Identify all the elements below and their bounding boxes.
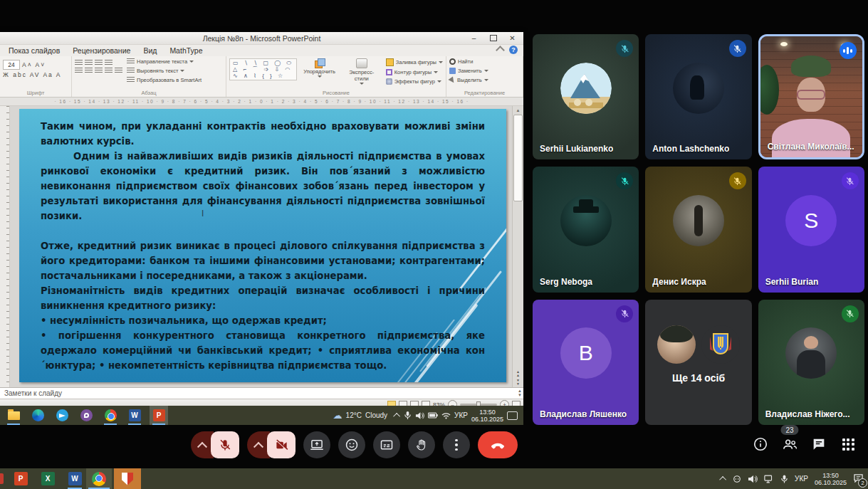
file-explorer-taskbar-icon[interactable] xyxy=(4,406,23,425)
participant-tile[interactable]: Anton Lashchenko xyxy=(645,34,751,159)
notification-center-icon[interactable]: 2 xyxy=(853,473,864,485)
participant-tile[interactable]: Serhii Lukianenko xyxy=(533,34,639,159)
font-style-icons[interactable]: Ж abc AV Aa A xyxy=(3,71,61,78)
tab-mathtype[interactable]: MathType xyxy=(169,46,202,55)
font-size-icons[interactable]: A˄ A˅ xyxy=(22,61,46,68)
network-tray-icon[interactable] xyxy=(764,475,774,483)
shapes-gallery[interactable]: ▭ ∖ ∖ ▢ ◯ ⬭ △ ⌐ ⌒ ➩ ⇩ ◠ ∿ ∧ ⌇ { } ☆ xyxy=(229,58,297,80)
activities-button[interactable] xyxy=(840,436,857,453)
replace-button[interactable]: Заменить xyxy=(449,68,520,74)
language-indicator[interactable]: УКР xyxy=(795,475,808,483)
chrome-taskbar-icon[interactable] xyxy=(101,406,120,425)
indent-decrease-icon[interactable] xyxy=(95,60,103,66)
more-options-button[interactable] xyxy=(443,431,470,458)
battery-tray-icon[interactable] xyxy=(428,412,438,419)
sync-tray-icon[interactable] xyxy=(733,475,741,483)
participant-tile[interactable]: Serg Neboga xyxy=(533,167,639,292)
tab-slideshow[interactable]: Показ слайдов xyxy=(9,46,60,55)
tray-expand-icon[interactable] xyxy=(719,476,726,483)
align-center-icon[interactable] xyxy=(85,68,93,74)
scroll-up-icon[interactable]: ▲ xyxy=(516,106,521,115)
dropdown-icon xyxy=(434,71,438,73)
arrange-button[interactable]: Упорядочить xyxy=(301,58,338,78)
tab-view[interactable]: Вид xyxy=(143,46,157,55)
captions-button[interactable] xyxy=(373,431,400,458)
indent-increase-icon[interactable] xyxy=(105,60,113,66)
next-slide-button[interactable]: ▼▼ xyxy=(516,379,520,386)
wifi-tray-icon[interactable] xyxy=(441,412,451,419)
participant-tile[interactable]: Денис Искра xyxy=(645,167,751,292)
weather-temp[interactable]: 12°C xyxy=(346,411,362,419)
quick-styles-button[interactable]: Экспресс-стили xyxy=(342,58,382,85)
maximize-button[interactable] xyxy=(483,32,503,43)
shape-fill-button[interactable]: Заливка фигуры xyxy=(386,58,443,66)
numbering-icon[interactable] xyxy=(85,60,93,66)
align-justify-icon[interactable] xyxy=(105,68,113,74)
powerpoint-taskbar-icon[interactable]: P xyxy=(11,468,30,489)
participant-tile-speaking[interactable]: Світлана Миколаїв... xyxy=(758,34,864,159)
ribbon-tabs: Показ слайдов Рецензирование Вид MathTyp… xyxy=(0,45,523,56)
align-left-icon[interactable] xyxy=(75,68,83,74)
smartart-button[interactable]: Преобразовать в SmartArt xyxy=(127,77,202,83)
participant-name: Владислав Ляшенко xyxy=(540,409,627,419)
participant-tile[interactable]: S Serhii Burian xyxy=(758,167,864,292)
camera-toggle-button[interactable] xyxy=(267,431,296,458)
microphone-tray-icon[interactable] xyxy=(404,411,412,420)
align-text-button[interactable]: Выровнять текст xyxy=(127,68,202,74)
participant-tile[interactable]: Владислав Ніжего... xyxy=(758,300,864,425)
close-button[interactable]: ✕ xyxy=(503,32,522,43)
language-indicator[interactable]: УКР xyxy=(454,411,468,419)
powerpoint-titlebar[interactable]: Лекція №8n - Microsoft PowerPoint – ✕ xyxy=(0,32,523,45)
present-screen-button[interactable] xyxy=(303,431,330,458)
columns-icon[interactable] xyxy=(115,68,122,74)
chat-button[interactable] xyxy=(810,436,827,453)
shape-effects-button[interactable]: Эффекты фигур xyxy=(386,78,443,85)
shape-outline-button[interactable]: Контур фигуры xyxy=(386,69,443,75)
align-right-icon[interactable] xyxy=(95,68,103,74)
powerpoint-taskbar-icon[interactable]: P xyxy=(150,406,168,425)
mic-toggle-button[interactable] xyxy=(211,431,239,458)
slide-scrollbar[interactable]: ▲ ▲▲ ▼▼ xyxy=(512,106,523,387)
shape-effects-icon xyxy=(386,78,392,85)
notification-center-icon[interactable] xyxy=(507,411,518,420)
participant-tile[interactable]: B Владислав Ляшенко xyxy=(533,300,639,425)
excel-taskbar-icon[interactable]: X xyxy=(38,468,57,489)
weather-condition[interactable]: Cloudy xyxy=(365,411,387,419)
dropdown-icon xyxy=(484,79,488,81)
slide-editing-area[interactable]: Таким чином, при укладанні контрактів не… xyxy=(19,109,506,382)
tray-expand-icon[interactable] xyxy=(393,413,400,420)
previous-slide-button[interactable]: ▲▲ xyxy=(516,370,520,377)
telegram-taskbar-icon[interactable] xyxy=(53,406,71,425)
clock[interactable]: 13:5006.10.2025 xyxy=(815,472,847,486)
notes-scroll-icons[interactable]: ▲▼ xyxy=(518,389,522,397)
speaker-tray-icon[interactable] xyxy=(748,475,758,483)
viber-taskbar-icon[interactable] xyxy=(77,406,95,425)
speaker-tray-icon[interactable] xyxy=(415,411,424,420)
raise-hand-button[interactable] xyxy=(408,431,435,458)
word-icon: W xyxy=(129,409,141,421)
edge-taskbar-icon[interactable] xyxy=(28,406,47,425)
find-button[interactable]: Найти xyxy=(449,58,520,65)
cutoff-taskbar-icon[interactable] xyxy=(0,473,4,484)
word-taskbar-icon[interactable]: W xyxy=(125,406,144,425)
tab-review[interactable]: Рецензирование xyxy=(73,46,130,55)
reactions-button[interactable] xyxy=(338,431,365,458)
participants-button[interactable]: 23 xyxy=(781,436,798,453)
scrollbar-thumb[interactable] xyxy=(513,115,523,201)
chrome-taskbar-icon[interactable] xyxy=(86,468,112,489)
word-taskbar-icon[interactable]: W xyxy=(66,468,84,489)
meeting-details-button[interactable] xyxy=(752,436,769,453)
slide-notes-area[interactable]: Заметки к слайду ▲▼ xyxy=(0,387,523,399)
bullets-icon[interactable] xyxy=(75,60,83,66)
end-call-button[interactable] xyxy=(478,431,518,458)
minimize-button[interactable]: – xyxy=(464,32,483,43)
text-direction-button[interactable]: Направление текста xyxy=(127,58,202,65)
help-icon[interactable]: ? xyxy=(509,46,518,54)
clock[interactable]: 13:5006.10.2025 xyxy=(471,409,503,423)
collapse-ribbon-icon[interactable] xyxy=(496,46,505,55)
shield-app-taskbar-icon[interactable] xyxy=(114,468,141,489)
microphone-tray-icon[interactable] xyxy=(780,474,788,484)
select-button[interactable]: Выделить xyxy=(449,77,520,83)
font-size-box[interactable]: 24 xyxy=(3,60,20,70)
more-participants-tile[interactable]: Ще 14 осіб xyxy=(645,300,751,425)
